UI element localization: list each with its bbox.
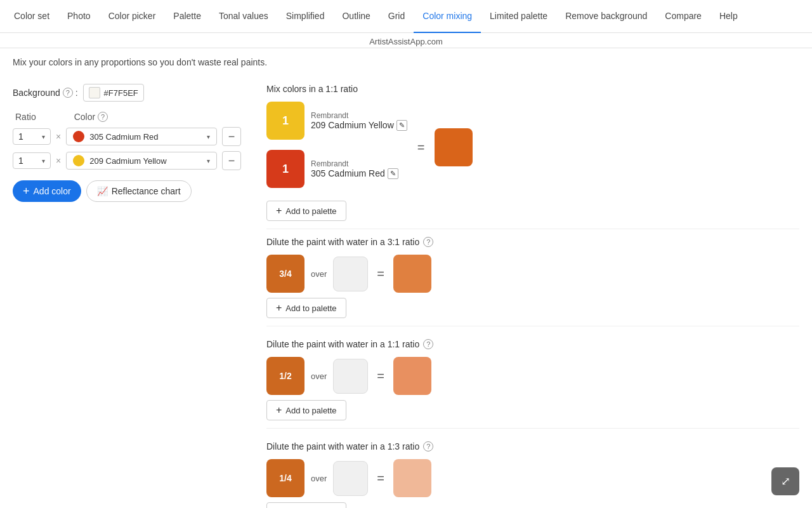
- pill-chevron-0: ▾: [207, 133, 210, 140]
- color-help-icon[interactable]: ?: [98, 112, 108, 122]
- dilution-equals-0: =: [377, 267, 384, 281]
- nav-item-palette[interactable]: Palette: [164, 0, 210, 33]
- over-text-0: over: [311, 269, 327, 279]
- nav-item-help[interactable]: Help: [710, 0, 747, 33]
- nav-item-limited-palette[interactable]: Limited palette: [481, 0, 556, 33]
- background-color-input[interactable]: #F7F5EF: [83, 84, 144, 102]
- dilution-row-1: 1/2 over =: [266, 357, 799, 395]
- nav-item-color-picker[interactable]: Color picker: [100, 0, 165, 33]
- dilutions-container: Dilute the paint with water in a 3:1 rat…: [266, 237, 799, 508]
- equals-sign: =: [417, 140, 425, 155]
- nav-item-color-set[interactable]: Color set: [5, 0, 58, 33]
- nav-item-remove-background[interactable]: Remove background: [556, 0, 656, 33]
- color-header-label: Color ?: [74, 112, 108, 122]
- chart-icon: 📈: [97, 186, 108, 196]
- water-block-1: [333, 359, 368, 394]
- dilution-result-1: [393, 357, 431, 395]
- dilution-help-icon-0[interactable]: ?: [423, 237, 433, 247]
- add-to-palette-label-main: Add to palette: [285, 206, 336, 216]
- dilution-section-0: Dilute the paint with water in a 3:1 rat…: [266, 237, 799, 326]
- plus-icon-1: +: [276, 404, 282, 416]
- left-panel: Background ? : #F7F5EF Ratio Color ? 1 ▾…: [13, 74, 241, 508]
- dilution-result-2: [393, 459, 431, 497]
- dilution-section-1: Dilute the paint with water in a 1:1 rat…: [266, 339, 799, 429]
- add-to-palette-btn-0[interactable]: + Add to palette: [266, 298, 346, 318]
- water-block-0: [333, 257, 368, 291]
- mix-brand-0: Rembrandt: [311, 111, 407, 120]
- app-subtitle: ArtistAssistApp.com: [0, 33, 812, 48]
- mix-info-0: Rembrandt 209 Cadmium Yellow ✎: [311, 111, 407, 131]
- ratio-value-0: 1: [18, 131, 23, 142]
- fullscreen-icon: ⤢: [781, 474, 790, 488]
- right-panel: Mix colors in a 1:1 ratio 1 Rembrandt 20…: [266, 74, 799, 508]
- add-color-button[interactable]: + Add color: [13, 180, 81, 202]
- nav-item-compare[interactable]: Compare: [656, 0, 710, 33]
- nav-item-simplified[interactable]: Simplified: [277, 0, 334, 33]
- reflectance-chart-button[interactable]: 📈 Reflectance chart: [86, 180, 192, 202]
- dilution-section-2: Dilute the paint with water in a 1:3 rat…: [266, 441, 799, 508]
- nav-item-grid[interactable]: Grid: [379, 0, 414, 33]
- ratio-header-label: Ratio: [15, 112, 36, 122]
- add-to-palette-button-main[interactable]: + Add to palette: [266, 201, 346, 221]
- dilution-title-0: Dilute the paint with water in a 3:1 rat…: [266, 237, 799, 247]
- background-row: Background ? : #F7F5EF: [13, 84, 241, 102]
- mix-result-row: 1 Rembrandt 209 Cadmium Yellow ✎ 1 Rembr…: [266, 102, 799, 193]
- fullscreen-button[interactable]: ⤢: [771, 467, 799, 495]
- ratio-value-1: 1: [18, 156, 23, 166]
- dilution-fraction-block-1: 1/2: [266, 357, 304, 395]
- plus-icon-palette: +: [276, 205, 282, 217]
- edit-icon-1[interactable]: ✎: [388, 168, 398, 179]
- dilution-title-2: Dilute the paint with water in a 1:3 rat…: [266, 441, 799, 451]
- color-name-1: 209 Cadmium Yellow: [89, 156, 166, 166]
- pill-chevron-1: ▾: [207, 157, 210, 164]
- main-layout: Background ? : #F7F5EF Ratio Color ? 1 ▾…: [0, 74, 812, 508]
- mix-color-item-1: 1 Rembrandt 305 Cadmium Red ✎: [266, 150, 407, 188]
- remove-color-btn-0[interactable]: −: [222, 127, 241, 146]
- plus-icon-0: +: [276, 302, 282, 314]
- reflectance-label: Reflectance chart: [112, 186, 181, 196]
- nav-item-tonal-values[interactable]: Tonal values: [210, 0, 277, 33]
- dilution-equals-1: =: [377, 369, 384, 384]
- nav-item-photo[interactable]: Photo: [58, 0, 100, 33]
- remove-color-btn-1[interactable]: −: [222, 151, 241, 170]
- color-pill-1[interactable]: 209 Cadmium Yellow ▾: [66, 152, 217, 170]
- color-pill-0[interactable]: 305 Cadmium Red ▾: [66, 128, 217, 145]
- background-hex-value: #F7F5EF: [104, 88, 138, 98]
- add-to-palette-btn-1[interactable]: + Add to palette: [266, 400, 346, 420]
- times-icon-1: ×: [56, 156, 61, 166]
- dilution-help-icon-2[interactable]: ?: [423, 441, 433, 451]
- add-to-palette-btn-2[interactable]: + Add to palette: [266, 502, 346, 508]
- background-color-swatch: [89, 87, 100, 98]
- mix-11-title-text: Mix colors in a 1:1 ratio: [266, 84, 358, 94]
- plus-icon: +: [23, 185, 30, 197]
- dilution-help-icon-1[interactable]: ?: [423, 339, 433, 349]
- edit-icon-0[interactable]: ✎: [396, 120, 407, 131]
- color-dot-1: [73, 155, 84, 166]
- background-text: Background: [13, 88, 60, 98]
- over-text-2: over: [311, 474, 327, 483]
- over-text-1: over: [311, 371, 327, 381]
- nav-item-outline[interactable]: Outline: [333, 0, 379, 33]
- ratio-chevron-0: ▾: [42, 133, 45, 140]
- water-block-2: [333, 461, 368, 496]
- mix-info-1: Rembrandt 305 Cadmium Red ✎: [311, 159, 398, 179]
- color-row-0: 1 ▾ × 305 Cadmium Red ▾ −: [13, 127, 241, 146]
- color-rows-container: 1 ▾ × 305 Cadmium Red ▾ − 1 ▾ × 209 Cadm…: [13, 127, 241, 170]
- page-description: Mix your colors in any proportions so yo…: [0, 48, 812, 74]
- dilution-fraction-block-2: 1/4: [266, 459, 304, 497]
- dilution-result-0: [393, 255, 431, 293]
- mix-name-0: 209 Cadmium Yellow ✎: [311, 120, 407, 131]
- times-icon-0: ×: [56, 131, 61, 142]
- ratio-select-0[interactable]: 1 ▾: [13, 128, 51, 145]
- background-help-icon[interactable]: ?: [63, 88, 73, 98]
- background-label: Background ? :: [13, 88, 78, 98]
- color-row-1: 1 ▾ × 209 Cadmium Yellow ▾ −: [13, 151, 241, 170]
- mix-11-title: Mix colors in a 1:1 ratio: [266, 84, 799, 94]
- mix-color-item-0: 1 Rembrandt 209 Cadmium Yellow ✎: [266, 102, 407, 140]
- ratio-select-1[interactable]: 1 ▾: [13, 152, 51, 169]
- mix-brand-1: Rembrandt: [311, 159, 398, 168]
- nav-item-color-mixing[interactable]: Color mixing: [414, 0, 481, 33]
- mix-result-block: [435, 128, 473, 166]
- dilution-row-0: 3/4 over =: [266, 255, 799, 293]
- color-dot-0: [73, 131, 84, 142]
